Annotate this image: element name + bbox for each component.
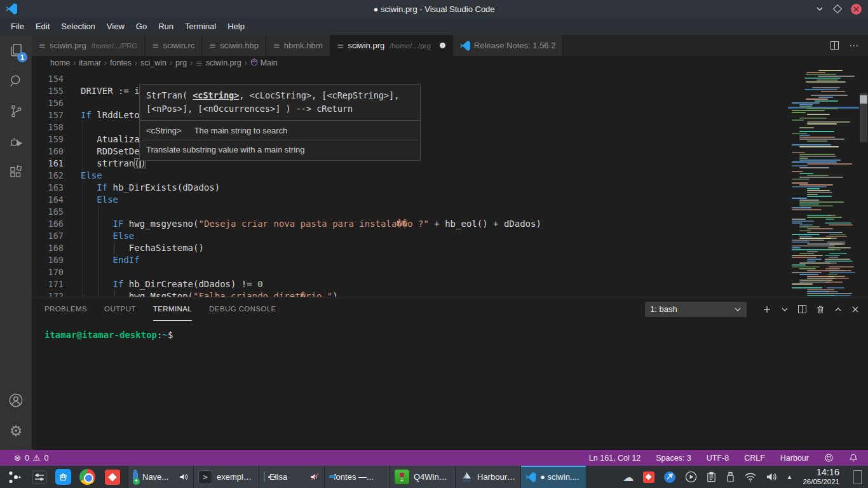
- digital-clock[interactable]: 14:16 26/05/2021: [803, 468, 839, 485]
- tab-sciwin.prg[interactable]: ≡sciwin.prg/home/.../PRG: [32, 35, 146, 56]
- clipboard-tray-icon[interactable]: [706, 471, 717, 483]
- code-line-172[interactable]: 172 hwg_MsgStop("Falha criando diret�rio…: [32, 290, 788, 297]
- code-line-170[interactable]: 170: [32, 266, 788, 278]
- maximize-button[interactable]: [833, 4, 842, 13]
- settings-gear-icon[interactable]: ⚙: [0, 416, 32, 446]
- extensions-icon[interactable]: [0, 157, 32, 187]
- menu-help[interactable]: Help: [222, 19, 250, 34]
- minimap-line: [799, 205, 833, 207]
- minimap[interactable]: [788, 70, 859, 297]
- task-button-q4wine[interactable]: Q4Wine :...: [390, 466, 455, 488]
- task-button-vscode[interactable]: ● sciwin....: [520, 466, 586, 488]
- editor-scrollbar[interactable]: [859, 70, 868, 297]
- minimap-line: [806, 72, 825, 73]
- task-button-elisa[interactable]: Elisa: [259, 466, 324, 488]
- chrome-icon[interactable]: [79, 468, 96, 485]
- audio-playing-icon[interactable]: [179, 473, 189, 481]
- usb-device-tray-icon[interactable]: [726, 471, 735, 483]
- code-text: If hb_DirExists(dDados): [81, 182, 220, 194]
- tab-release-notes-1.56.2[interactable]: Release Notes: 1.56.2: [453, 35, 564, 56]
- code-text: Else: [81, 194, 118, 206]
- clock-time: 14:16: [803, 468, 839, 478]
- code-line-165[interactable]: 165: [32, 206, 788, 218]
- kdeconnect-tray-icon[interactable]: [663, 471, 676, 484]
- weather-tray-icon[interactable]: ☁: [623, 471, 634, 484]
- code-editor[interactable]: 153EndIf154155DRIVER := i156157If lRddLe…: [32, 70, 868, 297]
- breadcrumb-item-prg[interactable]: prg: [175, 58, 187, 67]
- task-button-folder[interactable]: fontes —...: [324, 466, 390, 488]
- menu-selection[interactable]: Selection: [55, 19, 100, 34]
- minimap-line: [827, 249, 841, 250]
- language-mode[interactable]: Harbour: [780, 454, 809, 463]
- indentation[interactable]: Spaces: 3: [656, 454, 691, 463]
- breadcrumb-symbol[interactable]: Main: [250, 58, 278, 67]
- anydesk-tray-icon[interactable]: [643, 471, 654, 483]
- minimap-line: [799, 131, 834, 132]
- eol-sequence[interactable]: CRLF: [744, 454, 765, 463]
- problems-status[interactable]: ⊗ 0 ⚠ 0: [14, 453, 48, 463]
- menu-terminal[interactable]: Terminal: [179, 19, 222, 34]
- minimize-button[interactable]: [815, 4, 824, 13]
- discover-icon[interactable]: [55, 469, 71, 485]
- app-menu-icon[interactable]: [6, 468, 23, 485]
- system-settings-icon[interactable]: [31, 468, 48, 485]
- panel-tab-problems[interactable]: PROBLEMS: [44, 297, 87, 321]
- menu-edit[interactable]: Edit: [30, 19, 55, 34]
- audio-muted-icon[interactable]: [310, 473, 320, 481]
- terminal-output[interactable]: itamar@itamar-desktop:~$: [32, 321, 868, 340]
- code-line-164[interactable]: 164 Else: [32, 194, 788, 206]
- panel-tab-output[interactable]: OUTPUT: [104, 297, 136, 321]
- task-button-navegador[interactable]: +Nave...: [128, 466, 193, 488]
- breadcrumb-item-sci_win[interactable]: sci_win: [140, 58, 166, 67]
- code-line-168[interactable]: 168 FechaSistema(): [32, 242, 788, 254]
- breadcrumb-item-fontes[interactable]: fontes: [110, 58, 132, 67]
- panel-tab-debug-console[interactable]: DEBUG CONSOLE: [209, 297, 276, 321]
- close-button[interactable]: [851, 4, 862, 15]
- code-line-162[interactable]: 162Else: [32, 170, 788, 182]
- tab-sciwin.prg[interactable]: ≡sciwin.prg/home/.../prg: [330, 35, 453, 56]
- encoding[interactable]: UTF-8: [707, 454, 729, 463]
- wifi-tray-icon[interactable]: [744, 471, 757, 482]
- feedback-icon[interactable]: [824, 453, 834, 463]
- tab-sciwin.hbp[interactable]: ≡sciwin.hbp: [202, 35, 266, 56]
- close-panel-icon[interactable]: [851, 306, 859, 313]
- source-control-icon[interactable]: [0, 96, 32, 126]
- panel-tab-terminal[interactable]: TERMINAL: [153, 297, 192, 321]
- terminal-dropdown-icon[interactable]: [781, 306, 789, 313]
- terminal-shell-select[interactable]: 1: bash: [645, 302, 747, 317]
- menu-view[interactable]: View: [101, 19, 130, 34]
- new-terminal-icon[interactable]: [763, 305, 771, 314]
- media-player-tray-icon[interactable]: [685, 471, 697, 483]
- tray-expand-icon[interactable]: ▲: [787, 473, 793, 480]
- task-button-harbour[interactable]: Harbour ...: [455, 466, 520, 488]
- accounts-icon[interactable]: [0, 385, 32, 416]
- code-line-166[interactable]: 166 IF hwg_msgyesno("Deseja criar nova p…: [32, 218, 788, 230]
- task-button-konsole[interactable]: >exemplo...: [193, 466, 259, 488]
- anydesk-icon[interactable]: [104, 468, 121, 485]
- notifications-bell-icon[interactable]: [849, 453, 858, 463]
- breadcrumb-item-itamar[interactable]: itamar: [79, 58, 101, 67]
- more-actions-icon[interactable]: ⋯: [849, 40, 859, 51]
- code-line-163[interactable]: 163 If hb_DirExists(dDados): [32, 182, 788, 194]
- kill-terminal-icon[interactable]: [816, 305, 825, 314]
- code-line-169[interactable]: 169 EndIf: [32, 254, 788, 266]
- menu-go[interactable]: Go: [130, 19, 153, 34]
- tab-sciwin.rc[interactable]: ≡sciwin.rc: [146, 35, 203, 56]
- menu-run[interactable]: Run: [153, 19, 179, 34]
- code-line-171[interactable]: 171 If hb_DirCreate(dDados) != 0: [32, 278, 788, 290]
- scrollbar-handle[interactable]: [860, 95, 867, 104]
- explorer-icon[interactable]: 1: [0, 35, 32, 65]
- split-editor-icon[interactable]: [831, 41, 839, 50]
- menu-file[interactable]: File: [5, 19, 30, 34]
- search-icon[interactable]: [0, 65, 32, 96]
- show-desktop-button[interactable]: [853, 470, 862, 484]
- volume-tray-icon[interactable]: [766, 471, 778, 482]
- code-line-167[interactable]: 167 Else: [32, 230, 788, 242]
- split-terminal-icon[interactable]: [798, 305, 806, 313]
- run-debug-icon[interactable]: [0, 126, 32, 157]
- maximize-panel-icon[interactable]: [834, 306, 842, 313]
- tab-hbmk.hbm[interactable]: ≡hbmk.hbm: [266, 35, 330, 56]
- breadcrumb-file[interactable]: sciwin.prg: [206, 58, 241, 67]
- cursor-position[interactable]: Ln 161, Col 12: [589, 454, 641, 463]
- breadcrumb-item-home[interactable]: home: [50, 58, 70, 67]
